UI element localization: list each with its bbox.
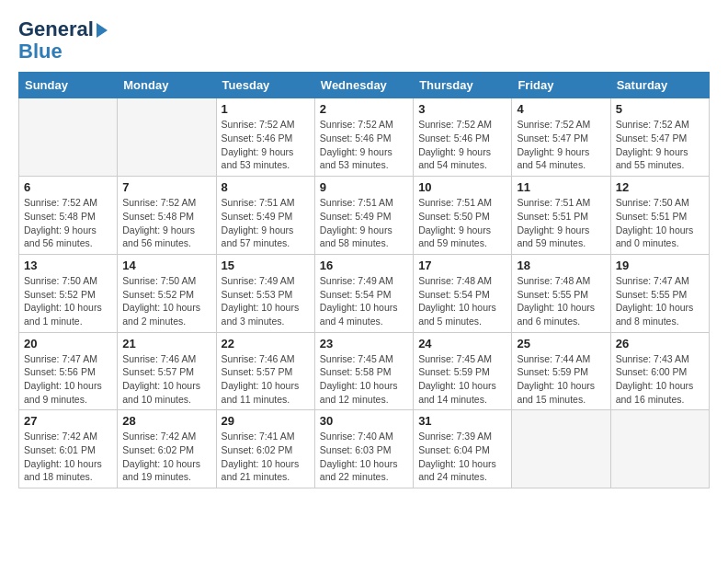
calendar-cell: 27Sunrise: 7:42 AM Sunset: 6:01 PM Dayli… xyxy=(19,410,118,488)
day-number: 29 xyxy=(222,414,310,428)
calendar-cell: 2Sunrise: 7:52 AM Sunset: 5:46 PM Daylig… xyxy=(314,98,413,177)
day-number: 26 xyxy=(616,337,704,350)
header-tuesday: Tuesday xyxy=(216,73,314,98)
calendar-cell: 8Sunrise: 7:51 AM Sunset: 5:49 PM Daylig… xyxy=(216,177,314,255)
day-info: Sunrise: 7:39 AM Sunset: 6:04 PM Dayligh… xyxy=(418,430,506,484)
day-info: Sunrise: 7:49 AM Sunset: 5:53 PM Dayligh… xyxy=(222,274,310,328)
day-number: 4 xyxy=(517,102,605,116)
calendar-cell: 4Sunrise: 7:52 AM Sunset: 5:47 PM Daylig… xyxy=(512,98,610,177)
day-number: 25 xyxy=(517,337,605,350)
day-info: Sunrise: 7:52 AM Sunset: 5:46 PM Dayligh… xyxy=(320,118,408,172)
calendar-cell: 1Sunrise: 7:52 AM Sunset: 5:46 PM Daylig… xyxy=(216,98,314,177)
day-info: Sunrise: 7:41 AM Sunset: 6:02 PM Dayligh… xyxy=(222,430,310,484)
day-info: Sunrise: 7:48 AM Sunset: 5:54 PM Dayligh… xyxy=(418,274,506,328)
calendar-cell: 22Sunrise: 7:46 AM Sunset: 5:57 PM Dayli… xyxy=(216,332,314,410)
day-info: Sunrise: 7:40 AM Sunset: 6:03 PM Dayligh… xyxy=(320,430,408,484)
calendar-week-row: 6Sunrise: 7:52 AM Sunset: 5:48 PM Daylig… xyxy=(19,177,710,255)
day-number: 30 xyxy=(320,414,408,428)
day-info: Sunrise: 7:42 AM Sunset: 6:01 PM Dayligh… xyxy=(24,430,112,484)
page-header: GeneralBlue xyxy=(18,18,710,63)
day-number: 28 xyxy=(122,414,210,428)
header-friday: Friday xyxy=(512,73,610,98)
calendar-cell xyxy=(19,98,118,177)
day-info: Sunrise: 7:50 AM Sunset: 5:52 PM Dayligh… xyxy=(24,274,112,328)
day-number: 10 xyxy=(418,180,506,194)
day-info: Sunrise: 7:46 AM Sunset: 5:57 PM Dayligh… xyxy=(122,352,210,407)
header-wednesday: Wednesday xyxy=(314,73,413,98)
calendar-cell: 31Sunrise: 7:39 AM Sunset: 6:04 PM Dayli… xyxy=(414,410,512,488)
day-info: Sunrise: 7:43 AM Sunset: 6:00 PM Dayligh… xyxy=(616,352,704,407)
header-saturday: Saturday xyxy=(610,73,709,98)
day-info: Sunrise: 7:50 AM Sunset: 5:52 PM Dayligh… xyxy=(122,274,210,328)
calendar-cell: 6Sunrise: 7:52 AM Sunset: 5:48 PM Daylig… xyxy=(19,177,118,255)
day-number: 31 xyxy=(418,414,506,428)
day-info: Sunrise: 7:47 AM Sunset: 5:56 PM Dayligh… xyxy=(24,352,112,407)
calendar-cell: 15Sunrise: 7:49 AM Sunset: 5:53 PM Dayli… xyxy=(216,254,314,332)
day-info: Sunrise: 7:49 AM Sunset: 5:54 PM Dayligh… xyxy=(320,274,408,328)
calendar-week-row: 1Sunrise: 7:52 AM Sunset: 5:46 PM Daylig… xyxy=(19,98,710,177)
day-number: 8 xyxy=(222,180,310,194)
calendar-cell: 18Sunrise: 7:48 AM Sunset: 5:55 PM Dayli… xyxy=(512,254,610,332)
day-info: Sunrise: 7:48 AM Sunset: 5:55 PM Dayligh… xyxy=(517,274,605,328)
calendar-cell: 16Sunrise: 7:49 AM Sunset: 5:54 PM Dayli… xyxy=(314,254,413,332)
calendar-cell: 21Sunrise: 7:46 AM Sunset: 5:57 PM Dayli… xyxy=(118,332,216,410)
day-number: 13 xyxy=(24,259,112,272)
day-info: Sunrise: 7:52 AM Sunset: 5:48 PM Dayligh… xyxy=(122,196,210,250)
day-number: 20 xyxy=(24,337,112,350)
calendar-header-row: SundayMondayTuesdayWednesdayThursdayFrid… xyxy=(19,73,710,98)
calendar-table: SundayMondayTuesdayWednesdayThursdayFrid… xyxy=(18,72,710,488)
calendar-cell: 25Sunrise: 7:44 AM Sunset: 5:59 PM Dayli… xyxy=(512,332,610,410)
day-info: Sunrise: 7:52 AM Sunset: 5:48 PM Dayligh… xyxy=(24,196,112,250)
day-info: Sunrise: 7:52 AM Sunset: 5:47 PM Dayligh… xyxy=(616,118,704,172)
day-info: Sunrise: 7:44 AM Sunset: 5:59 PM Dayligh… xyxy=(517,352,605,407)
calendar-cell: 11Sunrise: 7:51 AM Sunset: 5:51 PM Dayli… xyxy=(512,177,610,255)
day-info: Sunrise: 7:47 AM Sunset: 5:55 PM Dayligh… xyxy=(616,274,704,328)
day-number: 5 xyxy=(616,102,704,116)
calendar-cell: 29Sunrise: 7:41 AM Sunset: 6:02 PM Dayli… xyxy=(216,410,314,488)
calendar-cell: 9Sunrise: 7:51 AM Sunset: 5:49 PM Daylig… xyxy=(314,177,413,255)
day-info: Sunrise: 7:52 AM Sunset: 5:46 PM Dayligh… xyxy=(418,118,506,172)
header-thursday: Thursday xyxy=(414,73,512,98)
header-monday: Monday xyxy=(118,73,216,98)
day-number: 14 xyxy=(122,259,210,272)
calendar-cell: 28Sunrise: 7:42 AM Sunset: 6:02 PM Dayli… xyxy=(118,410,216,488)
calendar-cell: 30Sunrise: 7:40 AM Sunset: 6:03 PM Dayli… xyxy=(314,410,413,488)
calendar-cell: 17Sunrise: 7:48 AM Sunset: 5:54 PM Dayli… xyxy=(414,254,512,332)
day-info: Sunrise: 7:52 AM Sunset: 5:47 PM Dayligh… xyxy=(517,118,605,172)
calendar-cell: 20Sunrise: 7:47 AM Sunset: 5:56 PM Dayli… xyxy=(19,332,118,410)
day-number: 17 xyxy=(418,259,506,272)
day-number: 22 xyxy=(222,337,310,350)
day-info: Sunrise: 7:45 AM Sunset: 5:59 PM Dayligh… xyxy=(418,352,506,407)
day-number: 12 xyxy=(616,180,704,194)
calendar-cell: 14Sunrise: 7:50 AM Sunset: 5:52 PM Dayli… xyxy=(118,254,216,332)
calendar-cell: 19Sunrise: 7:47 AM Sunset: 5:55 PM Dayli… xyxy=(610,254,709,332)
day-number: 19 xyxy=(616,259,704,272)
calendar-cell xyxy=(118,98,216,177)
day-info: Sunrise: 7:46 AM Sunset: 5:57 PM Dayligh… xyxy=(222,352,310,407)
calendar-week-row: 13Sunrise: 7:50 AM Sunset: 5:52 PM Dayli… xyxy=(19,254,710,332)
day-info: Sunrise: 7:51 AM Sunset: 5:49 PM Dayligh… xyxy=(222,196,310,250)
calendar-cell: 23Sunrise: 7:45 AM Sunset: 5:58 PM Dayli… xyxy=(314,332,413,410)
day-number: 6 xyxy=(24,180,112,194)
day-number: 18 xyxy=(517,259,605,272)
calendar-cell xyxy=(610,410,709,488)
calendar-cell: 26Sunrise: 7:43 AM Sunset: 6:00 PM Dayli… xyxy=(610,332,709,410)
calendar-cell: 3Sunrise: 7:52 AM Sunset: 5:46 PM Daylig… xyxy=(414,98,512,177)
calendar-cell xyxy=(512,410,610,488)
logo-text: GeneralBlue xyxy=(18,18,108,63)
calendar-cell: 10Sunrise: 7:51 AM Sunset: 5:50 PM Dayli… xyxy=(414,177,512,255)
day-number: 1 xyxy=(222,102,310,116)
day-info: Sunrise: 7:51 AM Sunset: 5:50 PM Dayligh… xyxy=(418,196,506,250)
day-number: 15 xyxy=(222,259,310,272)
calendar-cell: 5Sunrise: 7:52 AM Sunset: 5:47 PM Daylig… xyxy=(610,98,709,177)
day-info: Sunrise: 7:50 AM Sunset: 5:51 PM Dayligh… xyxy=(616,196,704,250)
day-number: 24 xyxy=(418,337,506,350)
day-number: 27 xyxy=(24,414,112,428)
calendar-cell: 7Sunrise: 7:52 AM Sunset: 5:48 PM Daylig… xyxy=(118,177,216,255)
day-info: Sunrise: 7:51 AM Sunset: 5:49 PM Dayligh… xyxy=(320,196,408,250)
day-info: Sunrise: 7:52 AM Sunset: 5:46 PM Dayligh… xyxy=(222,118,310,172)
day-number: 23 xyxy=(320,337,408,350)
day-number: 7 xyxy=(122,180,210,194)
day-number: 21 xyxy=(122,337,210,350)
calendar-cell: 13Sunrise: 7:50 AM Sunset: 5:52 PM Dayli… xyxy=(19,254,118,332)
